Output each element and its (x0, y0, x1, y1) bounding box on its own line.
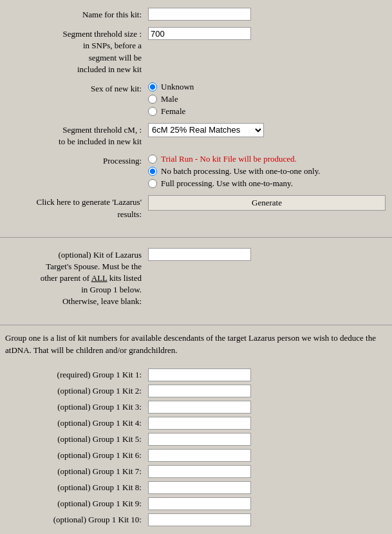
kit-input-8[interactable] (148, 481, 251, 494)
segment-cm-control: 6cM 25% Real Matches 5cM 20% Real Matche… (148, 123, 386, 137)
segment-snp-control (148, 27, 386, 40)
processing-row: Processing: Trial Run - No kit File will… (6, 154, 386, 189)
kit-row-4: (optional) Group 1 Kit 4: (6, 417, 386, 430)
generate-button[interactable]: Generate (148, 195, 386, 211)
sex-control: Unknown Male Female (148, 82, 386, 117)
sex-label: Sex of new kit: (6, 82, 148, 95)
processing-nobatch-radio[interactable] (148, 167, 157, 176)
kit-row-8: (optional) Group 1 Kit 8: (6, 481, 386, 494)
processing-trial-radio[interactable] (148, 155, 157, 164)
name-row: Name for this kit: (6, 8, 386, 21)
kit-label-6: (optional) Group 1 Kit 6: (6, 450, 148, 461)
kit-row-5: (optional) Group 1 Kit 5: (6, 433, 386, 446)
generate-row: Click here to generate 'Lazarus' results… (6, 195, 386, 220)
segment-snp-label: Segment threhold size : in SNPs, before … (6, 27, 148, 75)
kit-row-2: (optional) Group 1 Kit 2: (6, 385, 386, 397)
spouse-row: (optional) Kit of Lazarus Target's Spous… (6, 248, 386, 308)
sex-unknown-radio[interactable] (148, 82, 157, 91)
processing-full-option[interactable]: Full processing. Use with one-to-many. (148, 178, 386, 189)
kit-input-3[interactable] (148, 401, 251, 414)
sex-female-option[interactable]: Female (148, 106, 386, 117)
segment-cm-label: Segment threhold cM, : to be included in… (6, 123, 148, 148)
kit-row-3: (optional) Group 1 Kit 3: (6, 401, 386, 414)
sex-female-radio[interactable] (148, 107, 157, 116)
kit-input-10[interactable] (148, 513, 251, 526)
segment-snp-input[interactable] (148, 27, 251, 40)
kit-input-1[interactable] (148, 368, 251, 381)
kit-label-9: (optional) Group 1 Kit 9: (6, 499, 148, 509)
spouse-input[interactable] (148, 248, 251, 261)
kit-row-10: (optional) Group 1 Kit 10: (6, 513, 386, 526)
processing-control: Trial Run - No kit File will be produced… (148, 154, 386, 189)
sex-male-option[interactable]: Male (148, 94, 386, 104)
processing-trial-label: Trial Run - No kit File will be produced… (161, 154, 297, 164)
divider-2 (0, 325, 392, 325)
sex-row: Sex of new kit: Unknown Male Female (6, 82, 386, 117)
segment-snp-row: Segment threhold size : in SNPs, before … (6, 27, 386, 75)
generate-label: Click here to generate 'Lazarus' results… (6, 195, 148, 220)
processing-label: Processing: (6, 154, 148, 167)
name-control (148, 8, 386, 21)
kit-inputs-section: (required) Group 1 Kit 1: (optional) Gro… (0, 363, 392, 534)
kit-input-5[interactable] (148, 433, 251, 446)
kit-input-6[interactable] (148, 449, 251, 462)
processing-full-label: Full processing. Use with one-to-many. (161, 178, 293, 189)
processing-nobatch-option[interactable]: No batch processing. Use with one-to-one… (148, 166, 386, 176)
kit-input-4[interactable] (148, 417, 251, 430)
segment-cm-row: Segment threhold cM, : to be included in… (6, 123, 386, 148)
group-description: Group one is a list of kit numbers for a… (0, 328, 392, 363)
kit-row-6: (optional) Group 1 Kit 6: (6, 449, 386, 462)
kit-input-9[interactable] (148, 497, 251, 510)
kit-label-7: (optional) Group 1 Kit 7: (6, 466, 148, 477)
kit-label-3: (optional) Group 1 Kit 3: (6, 402, 148, 412)
sex-unknown-label: Unknown (161, 82, 194, 92)
segment-cm-select[interactable]: 6cM 25% Real Matches 5cM 20% Real Matche… (148, 123, 264, 137)
kit-label-4: (optional) Group 1 Kit 4: (6, 418, 148, 428)
processing-full-radio[interactable] (148, 179, 157, 188)
sex-male-radio[interactable] (148, 95, 157, 104)
kit-label-8: (optional) Group 1 Kit 8: (6, 482, 148, 493)
processing-radio-group: Trial Run - No kit File will be produced… (148, 154, 386, 189)
kit-label-10: (optional) Group 1 Kit 10: (6, 515, 148, 525)
kit-row-7: (optional) Group 1 Kit 7: (6, 465, 386, 478)
processing-trial-option[interactable]: Trial Run - No kit File will be produced… (148, 154, 386, 164)
name-label: Name for this kit: (6, 8, 148, 21)
kit-label-2: (optional) Group 1 Kit 2: (6, 386, 148, 396)
processing-nobatch-label: No batch processing. Use with one-to-one… (161, 166, 321, 176)
spouse-control (148, 248, 386, 261)
kit-input-2[interactable] (148, 385, 251, 397)
kit-row-1: (required) Group 1 Kit 1: (6, 368, 386, 381)
kit-input-7[interactable] (148, 465, 251, 478)
kit-row-9: (optional) Group 1 Kit 9: (6, 497, 386, 510)
sex-radio-group: Unknown Male Female (148, 82, 386, 117)
spouse-section: (optional) Kit of Lazarus Target's Spous… (0, 240, 392, 322)
kit-label-1: (required) Group 1 Kit 1: (6, 370, 148, 380)
sex-female-label: Female (161, 106, 185, 117)
sex-male-label: Male (161, 94, 178, 104)
generate-control: Generate (148, 195, 386, 211)
spouse-label: (optional) Kit of Lazarus Target's Spous… (6, 248, 148, 308)
kit-label-5: (optional) Group 1 Kit 5: (6, 434, 148, 444)
sex-unknown-option[interactable]: Unknown (148, 82, 386, 92)
divider-1 (0, 237, 392, 238)
name-input[interactable] (148, 8, 251, 21)
